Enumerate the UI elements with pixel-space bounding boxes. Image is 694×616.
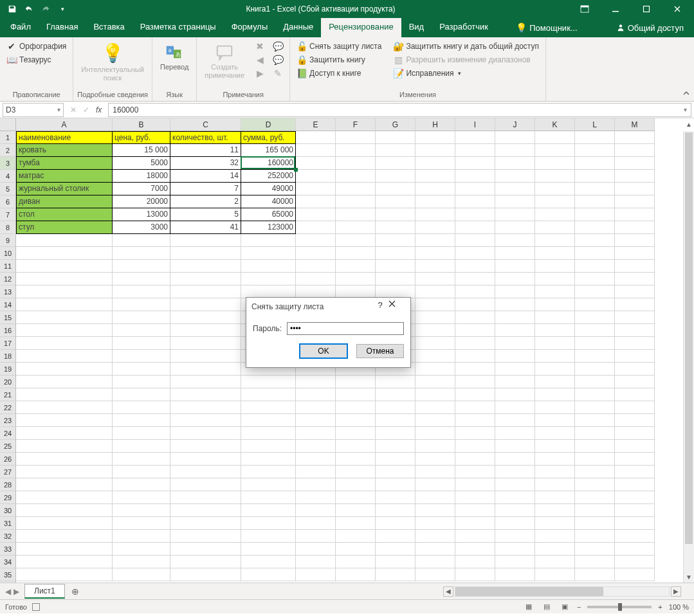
cell[interactable]: [336, 234, 376, 247]
cell[interactable]: [241, 388, 296, 401]
name-box[interactable]: D3 ▾: [3, 103, 64, 117]
cell[interactable]: [296, 440, 336, 453]
cell[interactable]: [296, 131, 336, 144]
cell[interactable]: [241, 376, 296, 388]
cell[interactable]: 5: [170, 208, 241, 221]
collapse-ribbon-icon[interactable]: [679, 86, 694, 101]
cell[interactable]: [296, 556, 336, 568]
cell[interactable]: [336, 183, 376, 195]
cell[interactable]: [575, 568, 615, 581]
cell[interactable]: [495, 363, 535, 376]
row-header[interactable]: 5: [0, 183, 15, 195]
cell[interactable]: [575, 170, 615, 183]
cell[interactable]: [16, 324, 113, 337]
cell[interactable]: [415, 311, 455, 324]
cell[interactable]: [170, 247, 241, 260]
cell[interactable]: [170, 466, 241, 478]
cell[interactable]: [241, 556, 296, 568]
cell[interactable]: [495, 285, 535, 298]
tab-разработчик[interactable]: Разработчик: [432, 18, 496, 37]
cell[interactable]: [376, 478, 415, 491]
cell[interactable]: [575, 466, 615, 478]
cell[interactable]: [575, 144, 615, 157]
cell[interactable]: [615, 234, 655, 247]
cell[interactable]: [415, 466, 455, 478]
cell[interactable]: [495, 517, 535, 530]
cell[interactable]: [415, 298, 455, 311]
cell[interactable]: [615, 273, 655, 285]
cell[interactable]: [16, 388, 113, 401]
fx-icon[interactable]: fx: [96, 105, 102, 114]
cell[interactable]: [113, 324, 170, 337]
cell[interactable]: 49000: [241, 183, 296, 195]
select-all-corner[interactable]: [0, 118, 15, 131]
column-header[interactable]: G: [376, 118, 415, 131]
cell[interactable]: [415, 234, 455, 247]
cell[interactable]: [376, 504, 415, 517]
cell[interactable]: [575, 453, 615, 466]
cell[interactable]: [16, 401, 113, 414]
zoom-level[interactable]: 100 %: [669, 603, 689, 611]
cell[interactable]: [170, 491, 241, 504]
cell[interactable]: [113, 337, 170, 350]
row-header[interactable]: 31: [0, 517, 15, 530]
cell[interactable]: 2: [170, 195, 241, 208]
close-icon[interactable]: [664, 2, 690, 16]
cell[interactable]: [455, 568, 495, 581]
row-header[interactable]: 9: [0, 234, 15, 247]
add-sheet-button[interactable]: ⊕: [65, 586, 86, 597]
cell[interactable]: [575, 157, 615, 170]
row-header[interactable]: 19: [0, 363, 15, 376]
row-header[interactable]: 11: [0, 260, 15, 273]
row-header[interactable]: 4: [0, 170, 15, 183]
zoom-in-button[interactable]: +: [658, 603, 662, 611]
cell[interactable]: [296, 144, 336, 157]
cell[interactable]: [296, 453, 336, 466]
cell[interactable]: сумма, руб.: [241, 131, 296, 144]
cell[interactable]: [113, 478, 170, 491]
vertical-scrollbar[interactable]: ▲ ▼: [683, 131, 694, 583]
cell[interactable]: стул: [16, 221, 113, 234]
ribbon-display-options-icon[interactable]: [572, 2, 598, 16]
cell[interactable]: [495, 298, 535, 311]
scroll-up-icon[interactable]: ▲: [684, 120, 694, 130]
cell[interactable]: [296, 170, 336, 183]
cell[interactable]: [495, 234, 535, 247]
cell[interactable]: [575, 260, 615, 273]
cell[interactable]: [535, 298, 575, 311]
row-header[interactable]: 17: [0, 337, 15, 350]
cell[interactable]: [575, 311, 615, 324]
cell[interactable]: [615, 530, 655, 543]
cell[interactable]: [241, 543, 296, 556]
cell[interactable]: [455, 453, 495, 466]
cell[interactable]: [495, 453, 535, 466]
cell[interactable]: [241, 491, 296, 504]
cell[interactable]: [535, 247, 575, 260]
cell[interactable]: [495, 543, 535, 556]
column-header[interactable]: H: [415, 118, 455, 131]
cell[interactable]: [415, 337, 455, 350]
cell[interactable]: [615, 195, 655, 208]
cell[interactable]: [455, 273, 495, 285]
row-header[interactable]: 32: [0, 530, 15, 543]
cell[interactable]: [455, 440, 495, 453]
cell[interactable]: [455, 491, 495, 504]
row-header[interactable]: 12: [0, 273, 15, 285]
cell[interactable]: [535, 543, 575, 556]
cell[interactable]: [535, 388, 575, 401]
cell[interactable]: [495, 530, 535, 543]
cell[interactable]: [575, 440, 615, 453]
cell[interactable]: [495, 504, 535, 517]
hscroll-thumb[interactable]: [455, 587, 603, 596]
cell[interactable]: 7: [170, 183, 241, 195]
horizontal-scrollbar[interactable]: ◀ ▶: [443, 586, 694, 597]
cell[interactable]: [615, 504, 655, 517]
cell[interactable]: [16, 427, 113, 440]
dialog-help-button[interactable]: ?: [372, 300, 388, 313]
cell[interactable]: [495, 388, 535, 401]
cell[interactable]: [455, 517, 495, 530]
cell[interactable]: [615, 260, 655, 273]
redo-icon[interactable]: [39, 2, 53, 16]
cell[interactable]: [113, 491, 170, 504]
cell[interactable]: [455, 350, 495, 363]
